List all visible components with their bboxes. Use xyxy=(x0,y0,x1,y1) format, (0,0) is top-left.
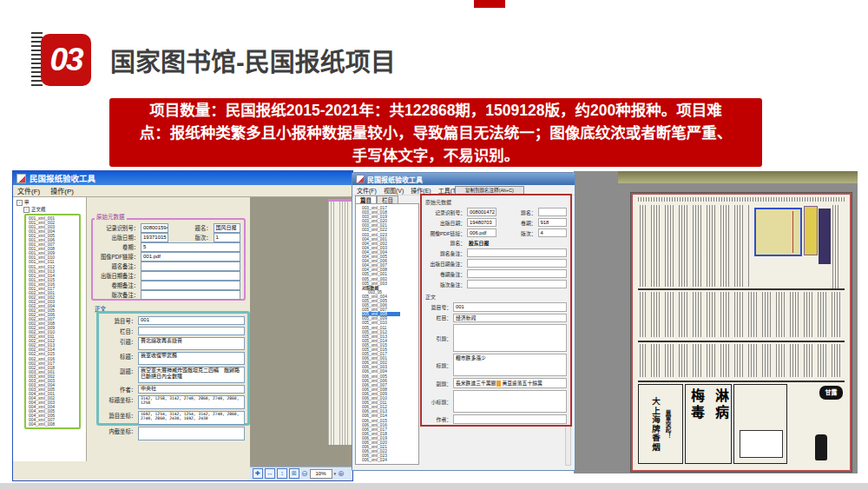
field-input[interactable]: 中央社 xyxy=(138,385,245,394)
ad-slogan-text: 異軍突起！ xyxy=(663,410,672,439)
tree-root[interactable]: - 甲 xyxy=(16,199,86,206)
field-input[interactable]: 008001472 xyxy=(467,208,496,216)
field-input[interactable]: 3142, 1258, 3142, 2740, 2860, 2740, 2860… xyxy=(138,395,245,409)
chevron-down-icon[interactable]: ▾ xyxy=(334,471,337,476)
field-value: 经济新闻 xyxy=(456,315,476,321)
annotation-selection-box[interactable] xyxy=(754,208,802,256)
field-input[interactable]: 4 xyxy=(538,228,568,237)
newspaper-scan[interactable]: 大上海牌香烟 異軍突起！ 梅毒 淋病 甘露 xyxy=(631,193,852,472)
fit-height-icon[interactable]: ↕ xyxy=(277,468,287,479)
article-fields-box: 篇目号： 001 栏目： 引题： 晋北總攻再奏捷音 标题： 我軍收復寧武縣 副题… xyxy=(96,311,250,426)
expand-icon[interactable]: - xyxy=(16,200,23,206)
section-number-badge: 03 xyxy=(41,34,91,86)
field-input[interactable] xyxy=(453,414,567,424)
field-input[interactable]: 1692, 1254, 3142, 1254, 3142, 2740, 2860… xyxy=(138,411,245,425)
section-divider xyxy=(638,288,845,290)
menu-item[interactable]: 视图(V) xyxy=(384,186,404,195)
left-menubar: 文件(F)操作(P) xyxy=(13,185,352,197)
field-input[interactable]: 001 xyxy=(453,302,567,312)
form-field: 版次： 4 xyxy=(496,228,568,237)
newspaper-masthead xyxy=(638,197,845,202)
form-field: 引题： 晋北總攻再奏捷音 xyxy=(102,337,245,350)
highlighted-headline-strip xyxy=(804,206,818,255)
field-input[interactable] xyxy=(141,290,240,300)
tree-group[interactable]: - 正文概 xyxy=(23,206,86,213)
field-input[interactable]: 我空軍大展神威炸毀敵坦克二四輛 敵歸路已斷絕日內全數殲 xyxy=(138,367,245,383)
viewer-top-bar xyxy=(618,171,858,183)
zoom-out-icon[interactable]: ⊖ xyxy=(301,469,308,478)
field-label: 题名备注： xyxy=(425,249,467,257)
field-input[interactable]: 001.pdf xyxy=(141,252,240,262)
field-input[interactable] xyxy=(538,208,568,216)
field-label: 引题： xyxy=(425,334,453,342)
field-input[interactable] xyxy=(141,271,240,281)
field-input[interactable]: 胶东日报 xyxy=(467,240,567,247)
field-input[interactable] xyxy=(453,324,567,352)
window-icon xyxy=(356,175,365,183)
newspaper-page-preview[interactable] xyxy=(328,199,352,445)
field-label: 版次备注： xyxy=(95,291,141,299)
field-input[interactable]: 1 xyxy=(214,233,241,242)
field-input[interactable]: 5 xyxy=(141,242,240,252)
form-field: 出版日期备注： xyxy=(95,271,240,281)
field-label: 版次： xyxy=(496,229,538,237)
zoom-level-select[interactable]: 10% xyxy=(310,469,332,479)
left-window-titlebar[interactable]: 民国报纸验收工具 xyxy=(13,171,352,185)
field-input[interactable]: 晋北總攻再奏捷音 xyxy=(138,337,245,350)
field-label: 版次： xyxy=(168,234,214,242)
expand-icon[interactable]: - xyxy=(23,207,30,213)
field-input[interactable]: 我軍收復寧武縣 xyxy=(138,352,245,365)
form-field: 篇目坐标： 1692, 1254, 3142, 1254, 3142, 2740… xyxy=(102,411,245,425)
field-input[interactable] xyxy=(138,327,245,335)
field-input[interactable] xyxy=(138,427,245,440)
form-field: 副题： 長米跌進三千萬關黃豆疲落五十餘萬 xyxy=(425,378,567,388)
pan-icon[interactable]: ✚ xyxy=(253,468,263,479)
menu-item[interactable]: 文件(F) xyxy=(357,186,377,195)
window-icon xyxy=(16,174,26,183)
newspaper-text-block xyxy=(640,292,843,337)
zoom-in-icon[interactable]: ⊕ xyxy=(338,469,345,478)
field-input[interactable]: 19480703 xyxy=(467,218,496,227)
cigarette-ad: 大上海牌香烟 異軍突起！ xyxy=(638,384,683,464)
fit-page-icon[interactable]: ⊞ xyxy=(289,468,299,479)
banner-line: 项目数量：民国报纸2015-2021年：共122868期，1509128版，约2… xyxy=(109,99,762,122)
field-input[interactable] xyxy=(467,259,567,268)
meta-section-label: 原始元数据 xyxy=(95,212,127,221)
left-tree-panel[interactable]: - 甲 - 正文概 001_xml_001001_xml_002001_xml_… xyxy=(13,197,87,461)
field-input[interactable] xyxy=(467,269,567,278)
tree-item[interactable]: 004_xml_008 xyxy=(29,422,79,427)
top-red-tab xyxy=(474,0,505,8)
right-image-viewer[interactable]: 大上海牌香烟 異軍突起！ 梅毒 淋病 甘露 xyxy=(574,171,858,473)
field-input[interactable]: 经济新闻 xyxy=(453,314,567,323)
field-input[interactable] xyxy=(453,390,567,413)
right-tree-panel: 003_xml_017003_xml_018003_xml_019003_xml… xyxy=(355,203,419,465)
form-field: 出版日期： 19480703 xyxy=(425,218,496,227)
field-input[interactable]: 国风日报 xyxy=(214,223,241,233)
field-input[interactable]: 001 xyxy=(138,316,245,325)
left-window-title: 民国报纸验收工具 xyxy=(30,172,95,184)
fit-width-icon[interactable]: ↔ xyxy=(265,468,275,479)
menu-item[interactable]: 操作(E) xyxy=(411,186,431,195)
field-input[interactable] xyxy=(467,280,567,288)
field-input[interactable]: 長米跌進三千萬關黃豆疲落五十餘萬 xyxy=(453,378,567,388)
left-form-panel: 原始元数据 记录识别号： 008001594 题名： 国风日报 出版日期： 19… xyxy=(88,197,250,480)
field-label: 标题： xyxy=(102,352,138,365)
menu-item[interactable]: 操作(P) xyxy=(50,186,74,195)
field-input[interactable] xyxy=(467,248,567,257)
tree-item[interactable]: 006_xml_024 xyxy=(362,458,418,462)
field-label: 栏目： xyxy=(425,314,453,321)
field-input[interactable]: 008001594 xyxy=(141,223,168,233)
menu-item[interactable]: 文件(F) xyxy=(17,186,40,195)
ad-inner-box xyxy=(740,430,783,458)
field-input[interactable] xyxy=(141,262,240,271)
banner-line: 手写体文字，不易识别。 xyxy=(109,144,762,167)
field-input[interactable]: 918 xyxy=(538,218,568,227)
form-field: 图像PDF链接： 001.pdf xyxy=(95,252,240,262)
left-image-viewer[interactable]: ✚ ↔ ↕ ⊞ ⊖ 10% ▾ ⊕ xyxy=(250,197,352,480)
newspaper-text-block xyxy=(832,205,844,288)
field-input[interactable]: 19371015 xyxy=(141,233,168,242)
right-window-titlebar[interactable]: 民国报纸验收工具 xyxy=(352,173,575,185)
field-input[interactable] xyxy=(141,281,240,290)
field-input[interactable]: 006.pdf xyxy=(467,228,496,237)
field-input[interactable]: 糧市跌多漲少 xyxy=(453,354,567,376)
